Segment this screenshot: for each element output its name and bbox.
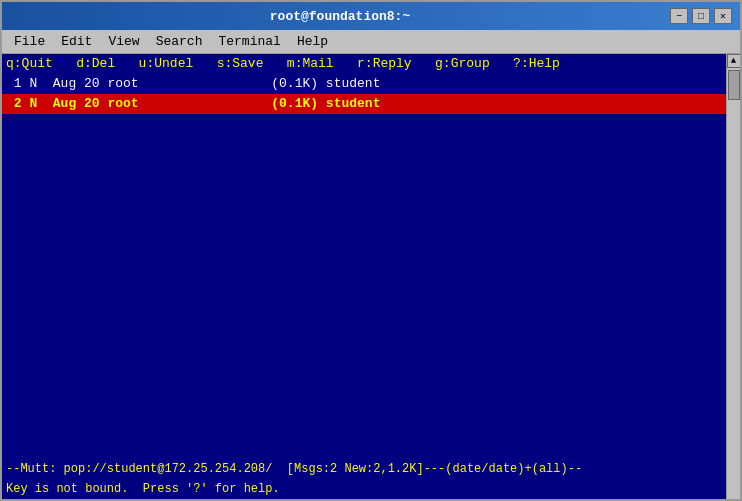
window-title: root@foundation8:~ [10, 9, 670, 24]
email-row-2[interactable]: 2 N Aug 20 root (0.1K) student [2, 94, 726, 114]
help-line: Key is not bound. Press '?' for help. [2, 479, 726, 499]
scrollbar-thumb[interactable] [728, 70, 740, 100]
empty-area [2, 267, 726, 460]
email-row-1[interactable]: 1 N Aug 20 root (0.1K) student [2, 74, 726, 94]
close-button[interactable]: ✕ [714, 8, 732, 24]
maximize-button[interactable]: □ [692, 8, 710, 24]
status-bar: --Mutt: pop://student@172.25.254.208/ [M… [2, 460, 726, 479]
menu-file[interactable]: File [6, 32, 53, 51]
menu-edit[interactable]: Edit [53, 32, 100, 51]
email-list: 1 N Aug 20 root (0.1K) student 2 N Aug 2… [2, 74, 726, 267]
minimize-button[interactable]: − [670, 8, 688, 24]
menu-search[interactable]: Search [148, 32, 211, 51]
scrollbar-up[interactable]: ▲ [727, 54, 741, 68]
terminal-window: root@foundation8:~ − □ ✕ File Edit View … [0, 0, 742, 501]
scrollbar[interactable]: ▲ [726, 54, 740, 499]
terminal-body: q:Quit d:Del u:Undel s:Save m:Mail r:Rep… [2, 54, 740, 499]
menu-terminal[interactable]: Terminal [210, 32, 288, 51]
menu-view[interactable]: View [100, 32, 147, 51]
window-controls: − □ ✕ [670, 8, 732, 24]
title-bar: root@foundation8:~ − □ ✕ [2, 2, 740, 30]
mutt-header: q:Quit d:Del u:Undel s:Save m:Mail r:Rep… [2, 54, 726, 74]
menu-help[interactable]: Help [289, 32, 336, 51]
menu-bar: File Edit View Search Terminal Help [2, 30, 740, 54]
terminal-content: q:Quit d:Del u:Undel s:Save m:Mail r:Rep… [2, 54, 726, 499]
